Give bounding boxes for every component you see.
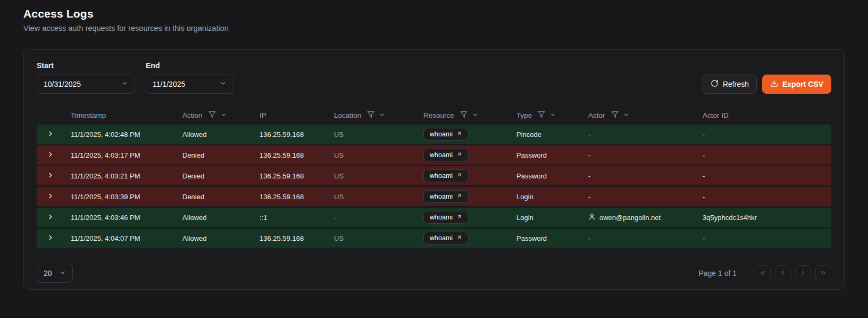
filter-icon[interactable] — [611, 111, 619, 120]
start-date-value: 10/31/2025 — [44, 80, 81, 88]
table-row[interactable]: 11/1/2025, 4:02:48 PM Allowed 136.25.59.… — [37, 125, 831, 144]
location-cell: US — [328, 151, 417, 159]
column-label: Timestamp — [71, 111, 106, 119]
page-title: Access Logs — [23, 7, 845, 20]
filter-icon[interactable] — [208, 111, 216, 120]
timestamp-cell: 11/1/2025, 4:03:46 PM — [64, 214, 176, 222]
column-label: Type — [516, 111, 532, 119]
expand-row-button[interactable] — [45, 232, 56, 245]
chevron-down-icon[interactable] — [221, 111, 227, 119]
column-header: Location — [328, 111, 417, 120]
ip-cell: 136.25.59.168 — [253, 172, 328, 180]
chevron-right-icon — [47, 213, 54, 222]
column-label: Actor — [588, 111, 605, 119]
expand-cell — [37, 128, 64, 141]
previous-page-button[interactable] — [775, 265, 791, 281]
chevron-down-icon — [60, 269, 66, 278]
actor-cell: - — [582, 172, 696, 180]
resource-name: whoami — [430, 193, 453, 200]
table-header-row: Timestamp Action IP Location Resource Ty… — [37, 105, 831, 125]
actor-value: - — [588, 151, 590, 159]
table-row[interactable]: 11/1/2025, 4:03:17 PM Denied 136.25.59.1… — [37, 145, 831, 165]
chevron-right-icon — [47, 234, 54, 243]
page-size-select[interactable]: 20 — [37, 264, 73, 283]
pagination: Page 1 of 1 — [698, 265, 831, 281]
column-label: Location — [334, 111, 361, 119]
chevron-down-icon[interactable] — [550, 111, 556, 119]
filter-icon[interactable] — [367, 111, 374, 120]
external-link-icon — [456, 131, 462, 138]
column-label: Action — [182, 111, 203, 119]
expand-row-button[interactable] — [45, 190, 56, 203]
chevron-down-icon — [121, 80, 128, 88]
resource-cell: whoami — [417, 128, 510, 141]
table-row[interactable]: 11/1/2025, 4:04:07 PM Allowed 136.25.59.… — [37, 229, 831, 248]
column-header: Actor — [582, 111, 696, 120]
refresh-label: Refresh — [723, 80, 749, 88]
user-icon — [588, 213, 596, 222]
expand-cell — [37, 169, 64, 183]
export-csv-button[interactable]: Export CSV — [762, 75, 831, 94]
timestamp-cell: 11/1/2025, 4:04:07 PM — [64, 234, 176, 242]
table-row[interactable]: 11/1/2025, 4:03:39 PM Denied 136.25.59.1… — [37, 187, 831, 206]
resource-name: whoami — [430, 234, 453, 242]
actor-id-cell: 3q5yphcdc1s4hkr — [696, 214, 831, 222]
next-page-button[interactable] — [795, 265, 811, 281]
resource-link[interactable]: whoami — [423, 190, 469, 203]
filter-controls — [538, 111, 556, 120]
timestamp-cell: 11/1/2025, 4:02:48 PM — [64, 131, 176, 138]
table-row[interactable]: 11/1/2025, 4:03:21 PM Denied 136.25.59.1… — [37, 166, 831, 185]
resource-cell: whoami — [417, 149, 510, 161]
expand-row-button[interactable] — [45, 149, 56, 162]
column-header: IP — [253, 111, 328, 119]
resource-cell: whoami — [417, 190, 510, 203]
page-subtitle: View access auth requests for resources … — [23, 24, 845, 32]
filter-icon[interactable] — [538, 111, 545, 120]
end-date-select[interactable]: 11/1/2025 — [146, 75, 233, 94]
resource-cell: whoami — [417, 169, 510, 182]
column-header: Resource — [417, 111, 510, 120]
filter-icon[interactable] — [460, 111, 468, 120]
column-header: Timestamp — [64, 111, 176, 119]
table-row[interactable]: 11/1/2025, 4:03:46 PM Allowed ::1 - whoa… — [37, 208, 831, 227]
end-date-value: 11/1/2025 — [153, 80, 185, 88]
end-label: End — [146, 61, 233, 70]
chevron-right-icon — [799, 269, 807, 278]
resource-link[interactable]: whoami — [423, 169, 469, 182]
filter-controls — [460, 111, 478, 120]
type-cell: Pincode — [510, 131, 582, 138]
chevron-down-icon[interactable] — [379, 111, 385, 119]
start-date-select[interactable]: 10/31/2025 — [37, 75, 135, 94]
resource-name: whoami — [430, 131, 453, 138]
actor-value: owen@pangolin.net — [599, 214, 661, 222]
actor-cell: owen@pangolin.net — [582, 213, 696, 222]
actor-cell: - — [582, 131, 696, 138]
resource-name: whoami — [430, 214, 453, 221]
location-cell: - — [328, 214, 417, 222]
chevron-down-icon[interactable] — [623, 111, 629, 119]
table-footer: 20 Page 1 of 1 — [37, 264, 831, 283]
type-cell: Password — [510, 234, 582, 242]
access-logs-page: Access Logs View access auth requests fo… — [0, 0, 868, 290]
external-link-icon — [456, 214, 462, 221]
chevron-down-icon[interactable] — [472, 111, 478, 119]
chevron-right-icon — [47, 192, 54, 201]
chevron-left-icon — [779, 269, 787, 278]
action-cell: Denied — [176, 193, 253, 201]
refresh-button[interactable]: Refresh — [703, 75, 757, 94]
location-cell: US — [328, 131, 417, 138]
resource-link[interactable]: whoami — [423, 211, 469, 224]
access-logs-card: Start 10/31/2025 End 11/1/2025 — [23, 49, 845, 290]
resource-link[interactable]: whoami — [423, 232, 469, 244]
resource-link[interactable]: whoami — [423, 128, 469, 141]
expand-row-button[interactable] — [45, 169, 56, 183]
last-page-button[interactable] — [815, 265, 831, 281]
type-cell: Login — [510, 214, 582, 222]
expand-row-button[interactable] — [45, 211, 56, 224]
timestamp-cell: 11/1/2025, 4:03:21 PM — [64, 172, 176, 180]
resource-link[interactable]: whoami — [423, 149, 469, 161]
expand-row-button[interactable] — [45, 128, 56, 141]
actor-id-cell: - — [696, 234, 831, 242]
first-page-button[interactable] — [755, 265, 771, 281]
location-cell: US — [328, 234, 417, 242]
